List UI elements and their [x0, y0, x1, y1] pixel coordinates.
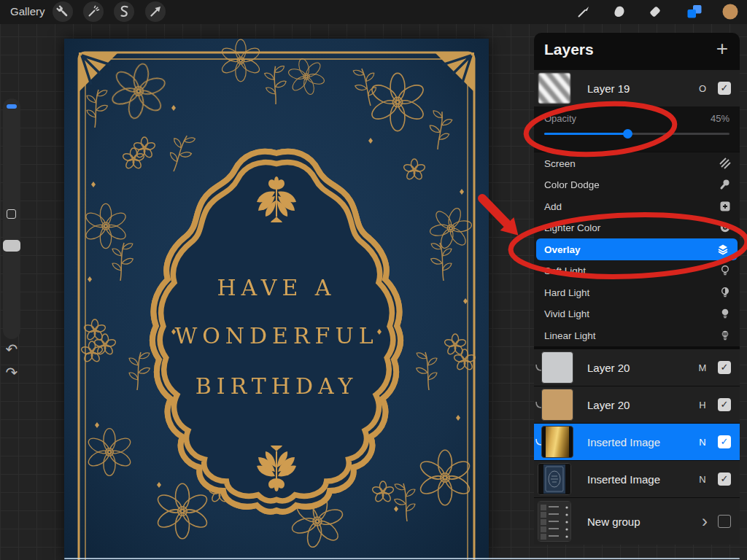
layer-name: Layer 20: [587, 399, 630, 411]
dodge-icon: [719, 179, 731, 190]
layer-visibility-checkbox[interactable]: ✓: [718, 82, 731, 95]
layers-icon: [684, 1, 705, 22]
layer-row-layer19[interactable]: Layer 19 O ✓: [534, 70, 740, 106]
layer-row-new-group[interactable]: New group ›: [534, 498, 740, 545]
blend-mode-label: Color Dodge: [544, 179, 600, 190]
layer20-gray-thumbnail[interactable]: [541, 351, 573, 384]
smudge-tool-button[interactable]: [609, 1, 630, 22]
layer-visibility-checkbox[interactable]: ✓: [718, 472, 731, 486]
smudge-icon: [609, 1, 630, 22]
blend-mode-overlay[interactable]: Overlay: [536, 238, 738, 260]
brush-icon: [573, 1, 594, 22]
blend-mode-label: Linear Light: [544, 330, 596, 341]
blend-mode-letter[interactable]: N: [696, 437, 709, 448]
selection-button[interactable]: [114, 1, 134, 22]
blend-mode-lighter-color[interactable]: Lighter Color: [534, 217, 740, 239]
blend-mode-list: Screen Color Dodge Add: [534, 152, 740, 346]
home-indicator: [64, 558, 740, 559]
expand-group-chevron[interactable]: ›: [702, 511, 708, 532]
bulb-lines-icon: [719, 330, 731, 341]
actions-button[interactable]: [53, 1, 73, 22]
layers-stack-icon: [717, 244, 729, 255]
layer-visibility-checkbox[interactable]: ✓: [718, 435, 731, 448]
lighter-color-icon: [719, 222, 731, 233]
blend-mode-letter[interactable]: O: [696, 83, 709, 94]
color-swatch-button[interactable]: [720, 1, 740, 22]
hatch-icon: [719, 158, 731, 169]
layer-name: New group: [587, 516, 640, 528]
brush-tool-button[interactable]: [573, 1, 594, 22]
eraser-tool-button[interactable]: [645, 1, 665, 22]
opacity-section: Opacity 45%: [534, 106, 740, 152]
layer-name: Layer 19: [587, 82, 630, 95]
layer-row-layer20-m[interactable]: Layer 20 M ✓: [534, 349, 740, 386]
card-text-line-2: WONDERFUL: [174, 323, 378, 349]
adjustments-button[interactable]: [83, 1, 104, 22]
blend-mode-label: Soft Light: [544, 265, 586, 276]
layer-visibility-checkbox[interactable]: ✓: [718, 361, 731, 374]
blend-mode-label: Vivid Light: [544, 308, 589, 319]
brush-size-slider[interactable]: [7, 104, 17, 109]
top-toolbar: Gallery: [0, 0, 747, 24]
add-layer-button[interactable]: +: [716, 37, 728, 61]
redo-button[interactable]: ↷: [1, 363, 22, 382]
opacity-label: Opacity: [544, 113, 576, 124]
layer-row-layer20-h[interactable]: Layer 20 H ✓: [534, 386, 740, 423]
layer-row-inserted-image[interactable]: Inserted Image N ✓: [534, 461, 740, 497]
transform-button[interactable]: [145, 1, 166, 22]
card-text-line-1: HAVE A: [217, 275, 336, 300]
magic-wand-icon: [83, 1, 104, 22]
selection-s-icon: [114, 1, 134, 22]
eraser-icon: [645, 1, 665, 22]
birthday-card-artwork: HAVE A WONDERFUL BIRTHDAY: [64, 39, 489, 560]
group-visibility-checkbox[interactable]: [718, 515, 731, 528]
blend-mode-soft-light[interactable]: Soft Light: [534, 260, 740, 282]
layer19-thumbnail[interactable]: [538, 72, 571, 104]
opacity-slider-thumb[interactable]: [623, 129, 632, 139]
opacity-slider-track[interactable]: [544, 133, 729, 135]
blend-mode-screen[interactable]: Screen: [534, 152, 740, 174]
undo-button[interactable]: ↶: [1, 340, 22, 359]
wrench-icon: [53, 1, 73, 22]
inserted-image-gold-thumbnail[interactable]: [541, 426, 573, 458]
group-stack-thumbnail[interactable]: [538, 501, 571, 542]
blend-mode-label: Add: [544, 201, 562, 211]
layer-name: Layer 20: [587, 362, 630, 374]
brush-opacity-slider[interactable]: [3, 240, 20, 252]
layer-row-inserted-image-selected[interactable]: Inserted Image N ✓: [534, 424, 740, 460]
blend-mode-linear-light[interactable]: Linear Light: [534, 324, 740, 346]
side-toolbar: [3, 98, 20, 339]
blend-mode-vivid-light[interactable]: Vivid Light: [534, 303, 740, 325]
blend-mode-letter[interactable]: M: [696, 362, 709, 373]
blend-mode-label: Overlay: [544, 244, 581, 254]
layers-panel: Layers + Layer 19 O ✓ Opacity 45% Screen: [534, 33, 740, 516]
procreate-app: HAVE A WONDERFUL BIRTHDAY Gallery: [0, 0, 747, 560]
layer-name: Inserted Image: [587, 436, 660, 448]
blend-mode-label: Lighter Color: [544, 222, 600, 233]
blend-mode-label: Screen: [544, 158, 576, 168]
modify-button[interactable]: [7, 209, 16, 219]
blend-mode-label: Hard Light: [544, 287, 589, 298]
blend-mode-color-dodge[interactable]: Color Dodge: [534, 174, 740, 196]
transform-arrow-icon: [145, 1, 166, 22]
layer-name: Inserted Image: [587, 473, 660, 486]
drawing-canvas[interactable]: HAVE A WONDERFUL BIRTHDAY: [64, 39, 489, 560]
blend-mode-letter[interactable]: H: [696, 400, 709, 411]
bulb-filled-icon: [719, 308, 731, 319]
blend-mode-add[interactable]: Add: [534, 195, 740, 217]
card-text-line-3: BIRTHDAY: [196, 373, 357, 399]
plus-square-icon: [719, 201, 731, 212]
layer-visibility-checkbox[interactable]: ✓: [718, 398, 731, 411]
blend-mode-letter[interactable]: N: [696, 474, 709, 485]
bulb-half-icon: [719, 287, 731, 298]
opacity-value: 45%: [711, 113, 729, 124]
blend-mode-hard-light[interactable]: Hard Light: [534, 281, 740, 303]
inserted-image-card-thumbnail[interactable]: [538, 463, 571, 495]
gallery-button[interactable]: Gallery: [10, 5, 45, 18]
layer20-tan-thumbnail[interactable]: [541, 389, 573, 421]
layers-panel-title: Layers: [544, 41, 594, 58]
layers-panel-button[interactable]: [684, 1, 705, 22]
opacity-slider-fill: [544, 133, 627, 135]
color-swatch-icon: [720, 1, 740, 22]
bulb-outline-icon: [719, 265, 731, 276]
